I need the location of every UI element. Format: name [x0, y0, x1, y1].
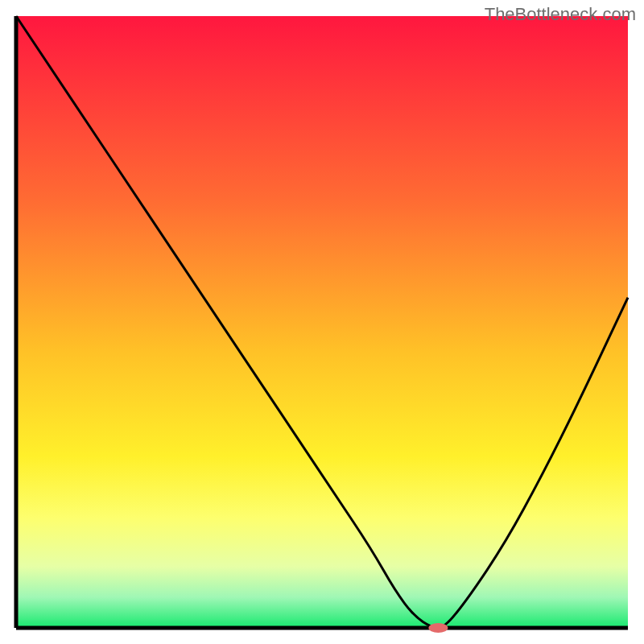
bottleneck-chart [0, 0, 644, 644]
watermark-text: TheBottleneck.com [485, 4, 636, 25]
chart-container: TheBottleneck.com [0, 0, 644, 644]
plot-background [16, 16, 628, 628]
optimal-marker [428, 623, 448, 633]
